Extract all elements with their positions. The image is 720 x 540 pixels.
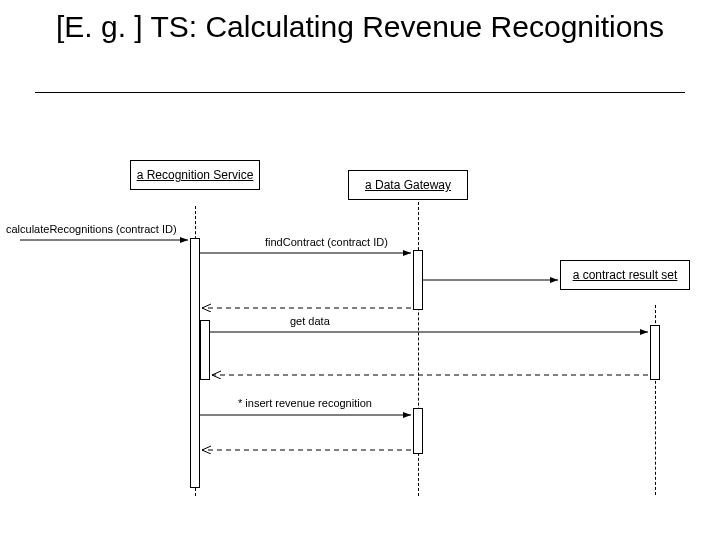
sequence-diagram: a Recognition Service a Data Gateway a c… (0, 160, 720, 520)
arrows-layer (0, 160, 720, 520)
page-title: [E. g. ] TS: Calculating Revenue Recogni… (0, 8, 720, 46)
title-underline (35, 92, 685, 93)
